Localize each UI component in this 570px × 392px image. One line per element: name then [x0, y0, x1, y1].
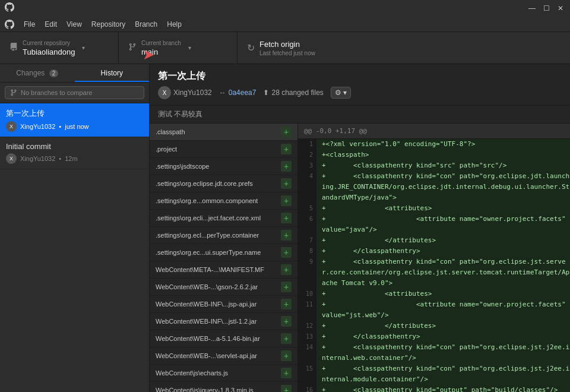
menu-repository[interactable]: Repository [87, 19, 130, 30]
files-icon: ⬆ [263, 88, 269, 97]
line-num: 6 [298, 214, 317, 235]
file-item-11[interactable]: WebContent\WEB-INF\...jstl-1.2.jar + [150, 313, 297, 330]
commit-title-0: 第一次上传 [6, 108, 143, 119]
close-button[interactable]: ✕ [556, 4, 565, 13]
file-item-3[interactable]: .settings\org.eclipse.jdt.core.prefs + [150, 175, 297, 192]
window-controls: — ☐ ✕ [527, 4, 565, 13]
file-add-icon-13: + [281, 350, 292, 361]
line-num: 9 [298, 257, 317, 289]
file-name-13: WebContent\WEB-...\servlet-api.jar [156, 352, 257, 359]
file-add-icon-6: + [281, 230, 292, 241]
detail-author: XingYu1032 [173, 88, 212, 97]
maximize-button[interactable]: ☐ [542, 4, 551, 13]
commit-dot-0: • [59, 123, 61, 130]
branch-icon [128, 43, 137, 53]
diff-line: 11+ <attribute name="owner.project.facet… [298, 299, 570, 321]
menu-help[interactable]: Help [162, 19, 186, 30]
content-split: .classpath + .project + .settings\jsdtsc… [150, 124, 570, 392]
arrow-indicator: ➤ [142, 46, 154, 63]
file-item-6[interactable]: .settings\org.ecl...perType.container + [150, 227, 297, 244]
file-name-7: .settings\org.ec...ui.superType.name [156, 249, 261, 256]
line-content: + <classpathentry kind="con" path="org.e… [317, 257, 570, 289]
file-add-icon-14: + [281, 368, 292, 378]
diff-line: 13+ </classpathentry> [298, 331, 570, 342]
avatar-1: X [6, 153, 17, 164]
file-item-9[interactable]: WebContent\WEB-...\gson-2.6.2.jar + [150, 279, 297, 296]
line-num: 1 [298, 139, 317, 150]
file-add-icon-5: + [281, 213, 292, 223]
line-content: + <attributes> [317, 203, 570, 214]
file-item-2[interactable]: .settings\jsdtscope + [150, 158, 297, 175]
file-name-11: WebContent\WEB-INF\...jstl-1.2.jar [156, 318, 256, 325]
branch-selector[interactable]: Current branch main ▾ [119, 32, 238, 64]
file-name-5: .settings\org.ecli...ject.facet.core.xml [156, 214, 261, 222]
changed-files-count: 28 changed files [271, 88, 323, 97]
file-add-icon-2: + [281, 161, 292, 172]
commit-item-1[interactable]: Initial commit X XingYu1032 • 12m [0, 137, 149, 169]
fetch-origin-button[interactable]: ↻ Fetch origin Last fetched just now [238, 40, 344, 56]
line-content: + <attribute name="owner.project.facets"… [317, 299, 570, 321]
file-item-14[interactable]: WebContent\js\echarts.js + [150, 365, 297, 382]
branch-compare-input[interactable]: No branches to compare [5, 86, 144, 99]
repo-dropdown-arrow: ▾ [82, 45, 85, 51]
file-item-8[interactable]: WebContent\META-...\MANIFEST.MF + [150, 261, 297, 279]
repo-name: Tubiaoliandong [23, 48, 75, 56]
menu-file[interactable]: File [19, 19, 40, 30]
avatar-0: X [6, 121, 17, 132]
menu-view[interactable]: View [62, 19, 87, 30]
file-item-12[interactable]: WebContent\WEB-...a-5.1.46-bin.jar + [150, 330, 297, 347]
line-content: + <attribute name="owner.project.facets"… [317, 214, 570, 235]
tab-history[interactable]: History [75, 64, 150, 82]
commit-item-0[interactable]: 第一次上传 X XingYu1032 • just now [0, 103, 149, 137]
commit-hash-meta: ↔ 0a4eea7 [219, 88, 256, 97]
diff-view: @@ -0,0 +1,17 @@ 1+<?xml version="1.0" e… [298, 124, 570, 392]
diff-line: 4+ <classpathentry kind="con" path="org.… [298, 171, 570, 203]
diff-line: 2+<classpath> [298, 150, 570, 160]
file-item-13[interactable]: WebContent\WEB-...\servlet-api.jar + [150, 347, 297, 365]
commit-time-1: 12m [65, 155, 77, 162]
file-item-10[interactable]: WebContent\WEB-INF\...jsp-api.jar + [150, 296, 297, 313]
detail-avatar: X [158, 86, 171, 99]
hash-arrow: ↔ [219, 88, 226, 97]
line-num: 15 [298, 363, 317, 385]
file-name-2: .settings\jsdtscope [156, 163, 210, 170]
sidebar-tabs: Changes 2 History [0, 64, 149, 83]
file-name-4: .settings\org.e...ommon.component [156, 197, 258, 204]
file-item-1[interactable]: .project + [150, 141, 297, 158]
line-num: 14 [298, 342, 317, 363]
line-num: 2 [298, 150, 317, 160]
repo-icon [10, 43, 18, 53]
line-num: 10 [298, 289, 317, 299]
menu-branch[interactable]: Branch [130, 19, 162, 30]
diff-line: 6+ <attribute name="owner.project.facets… [298, 214, 570, 235]
file-name-14: WebContent\js\echarts.js [156, 369, 228, 377]
diff-line: 14+ <classpathentry kind="con" path="org… [298, 342, 570, 363]
file-add-icon-3: + [281, 178, 292, 189]
file-item-15[interactable]: WebContent\js\jquery-1.8.3.min.js + [150, 382, 297, 392]
diff-header: @@ -0,0 +1,17 @@ [298, 124, 570, 139]
file-item-4[interactable]: .settings\org.e...ommon.component + [150, 192, 297, 210]
commit-dot-1: • [59, 155, 61, 162]
file-name-12: WebContent\WEB-...a-5.1.46-bin.jar [156, 335, 260, 342]
line-num: 12 [298, 321, 317, 331]
minimize-button[interactable]: — [527, 4, 537, 13]
diff-settings-button[interactable]: ⚙ ▾ [331, 87, 351, 99]
diff-line: 12+ </attributes> [298, 321, 570, 331]
file-item-5[interactable]: .settings\org.ecli...ject.facet.core.xml… [150, 210, 297, 227]
file-add-icon-15: + [281, 385, 292, 392]
diff-line: 15+ <classpathentry kind="con" path="org… [298, 363, 570, 385]
file-item-7[interactable]: .settings\org.ec...ui.superType.name + [150, 244, 297, 261]
line-content: + <attributes> [317, 289, 570, 299]
menu-bar: File Edit View Repository Branch Help [0, 17, 570, 32]
commit-list: 第一次上传 X XingYu1032 • just now Initial co… [0, 103, 149, 392]
line-num: 7 [298, 235, 317, 246]
repo-selector[interactable]: Current repository Tubiaoliandong ▾ [0, 32, 119, 64]
tab-changes[interactable]: Changes 2 [0, 64, 75, 82]
menu-edit[interactable]: Edit [40, 19, 62, 30]
line-num: 16 [298, 385, 317, 392]
sidebar: Changes 2 History No branches to compare… [0, 64, 150, 392]
file-add-icon-9: + [281, 282, 292, 292]
line-content: + </attributes> [317, 235, 570, 246]
file-item-0[interactable]: .classpath + [150, 124, 297, 141]
line-content: + <classpathentry kind="con" path="org.e… [317, 171, 570, 203]
